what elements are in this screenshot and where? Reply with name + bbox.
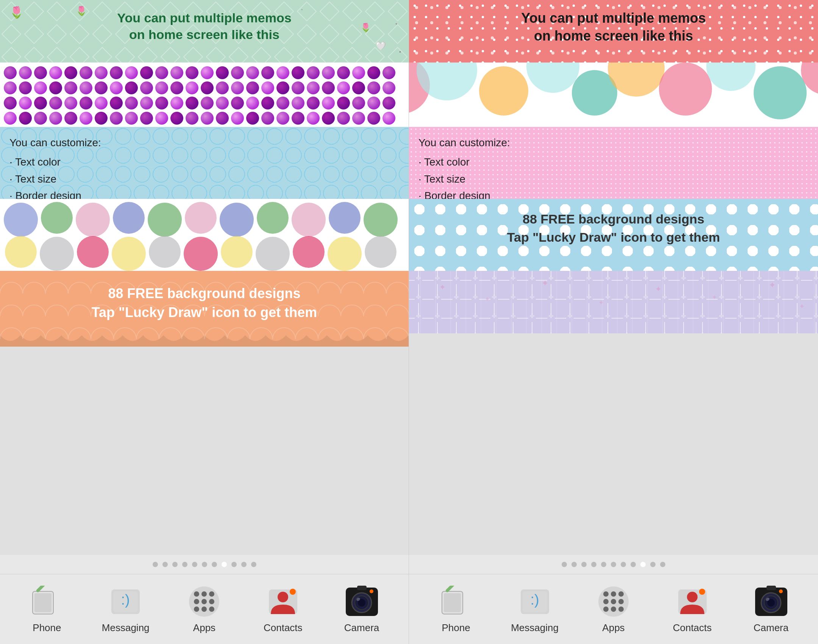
- left-nav-messaging[interactable]: :) Messaging: [95, 585, 156, 634]
- left-customize-item-2: · Text size: [9, 171, 399, 188]
- right-nav-messaging[interactable]: :) Messaging: [504, 585, 565, 634]
- left-bottom-nav: Phone :) Messaging: [0, 574, 409, 644]
- svg-point-17: [149, 236, 181, 268]
- right-customize-item-2: · Text size: [418, 171, 809, 188]
- left-nav-phone-label: Phone: [33, 622, 61, 634]
- left-nav-apps[interactable]: Apps: [174, 585, 234, 634]
- svg-point-115: [603, 599, 609, 604]
- right-bottom-nav: Phone :) Messaging: [409, 574, 818, 644]
- right-dot-3: [581, 562, 587, 567]
- svg-point-119: [611, 606, 616, 612]
- left-dot-1: [153, 562, 158, 567]
- left-dot-5: [192, 562, 197, 567]
- left-nav-phone[interactable]: Phone: [17, 585, 77, 634]
- svg-point-130: [779, 589, 783, 593]
- svg-text:✦: ✦: [485, 296, 490, 302]
- right-messaging-icon: :): [518, 585, 552, 619]
- right-customize-item-1: · Text color: [418, 154, 809, 171]
- left-watercolor-section: [0, 199, 409, 271]
- left-dot-10: [241, 562, 247, 567]
- left-dot-6: [202, 562, 207, 567]
- svg-point-60: [659, 63, 712, 116]
- svg-point-116: [611, 599, 616, 604]
- left-phone-icon: [30, 585, 64, 619]
- right-dot-10: [650, 562, 656, 567]
- left-page-indicator: [0, 555, 409, 574]
- right-dot-5: [601, 562, 606, 567]
- svg-point-4: [76, 203, 110, 237]
- right-apps-icon: [596, 585, 631, 619]
- right-free-section: 88 FREE background designsTap "Lucky Dra…: [409, 199, 818, 271]
- svg-point-6: [148, 203, 182, 237]
- left-nav-contacts[interactable]: Contacts: [253, 585, 313, 634]
- svg-rect-27: [34, 593, 52, 612]
- svg-point-34: [201, 591, 207, 597]
- left-nav-apps-label: Apps: [193, 622, 215, 634]
- svg-point-19: [221, 236, 253, 268]
- right-nav-contacts-label: Contacts: [673, 622, 712, 634]
- right-dot-8: [631, 562, 636, 567]
- right-dot-6: [611, 562, 616, 567]
- left-dot-7: [212, 562, 217, 567]
- left-dot-3: [172, 562, 178, 567]
- left-customize-item-1: · Text color: [9, 154, 399, 171]
- svg-rect-106: [444, 593, 461, 612]
- svg-text::): :): [121, 592, 130, 608]
- svg-point-20: [256, 237, 290, 271]
- svg-point-21: [293, 236, 325, 268]
- left-apps-icon: [187, 585, 221, 619]
- svg-text:✦: ✦: [712, 294, 717, 300]
- svg-point-16: [112, 237, 146, 271]
- left-memo-text: You can put multiple memoson home screen…: [0, 0, 409, 48]
- svg-point-123: [699, 589, 705, 595]
- svg-point-39: [194, 606, 199, 612]
- right-nav-apps-label: Apps: [602, 622, 624, 634]
- svg-rect-69: [409, 271, 818, 333]
- svg-point-12: [364, 203, 398, 237]
- right-dot-2: [571, 562, 577, 567]
- svg-point-8: [220, 203, 254, 237]
- svg-point-2: [4, 203, 38, 237]
- svg-point-35: [209, 591, 214, 597]
- right-contacts-icon: [675, 585, 709, 619]
- svg-point-41: [209, 606, 214, 612]
- svg-point-18: [184, 237, 218, 271]
- right-nav-camera[interactable]: Camera: [741, 585, 801, 634]
- left-nav-camera-label: Camera: [344, 622, 379, 634]
- left-camera-icon: [345, 585, 379, 619]
- right-memo-section: You can put multiple memoson home screen…: [409, 0, 818, 63]
- left-memo-section: 🌷 🌷 🌷 • 🤍 • • You can put multiple memos…: [0, 0, 409, 63]
- svg-point-7: [185, 202, 217, 234]
- svg-text:✦: ✦: [769, 280, 776, 290]
- right-nav-apps[interactable]: Apps: [583, 585, 644, 634]
- left-messaging-icon: :): [109, 585, 143, 619]
- right-nav-phone[interactable]: Phone: [426, 585, 486, 634]
- left-free-text: 88 FREE background designsTap "Lucky Dra…: [0, 271, 409, 336]
- right-customize-title: You can customize:: [418, 134, 809, 152]
- left-free-section: 88 FREE background designsTap "Lucky Dra…: [0, 271, 409, 347]
- right-dot-1: [562, 562, 567, 567]
- svg-point-43: [278, 592, 288, 602]
- right-screen: You can put multiple memoson home screen…: [409, 0, 818, 555]
- svg-point-117: [618, 599, 624, 604]
- svg-text:✦: ✦: [542, 278, 548, 288]
- right-last-pattern: ✦ ✦ ✦ ✦ ✦ ✦ ✦ ✦: [409, 271, 818, 333]
- right-phone-icon: [439, 585, 473, 619]
- right-nav-contacts[interactable]: Contacts: [662, 585, 723, 634]
- left-nav-messaging-label: Messaging: [102, 622, 150, 634]
- watercolor-pattern: [0, 199, 409, 271]
- left-nav-camera[interactable]: Camera: [331, 585, 392, 634]
- right-dot-11: [660, 562, 665, 567]
- left-customize-text: You can customize: · Text color · Text s…: [0, 127, 409, 199]
- svg-point-33: [194, 591, 199, 597]
- svg-text:✦: ✦: [655, 285, 662, 293]
- right-free-text: 88 FREE background designsTap "Lucky Dra…: [409, 199, 818, 258]
- svg-point-5: [113, 202, 145, 234]
- svg-point-40: [201, 606, 207, 612]
- purple-dots-pattern: [0, 63, 409, 127]
- svg-point-113: [611, 591, 616, 597]
- svg-point-51: [370, 589, 373, 593]
- left-dots-section: [0, 63, 409, 127]
- right-nav-camera-label: Camera: [754, 622, 788, 634]
- right-panel: You can put multiple memoson home screen…: [409, 0, 818, 644]
